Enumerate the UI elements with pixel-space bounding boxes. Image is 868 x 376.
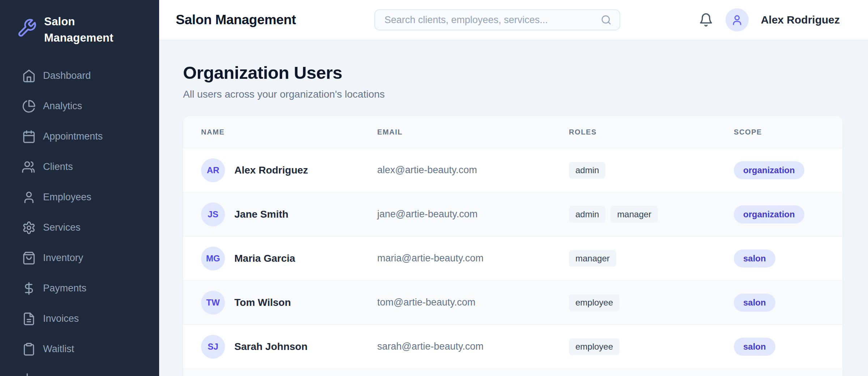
main-content: Organization Users All users across your… — [159, 40, 868, 376]
column-header-scope: Scope — [734, 128, 825, 136]
wrench-icon — [17, 18, 37, 38]
page-title: Organization Users — [183, 63, 843, 83]
roles-cell: manager — [569, 250, 734, 267]
avatar: TW — [201, 291, 225, 315]
avatar: AR — [201, 158, 225, 182]
scope-badge: organization — [734, 161, 804, 179]
content-column: Salon Management — [159, 0, 868, 376]
role-badge: admin — [569, 162, 605, 179]
role-badge: employee — [569, 338, 620, 355]
app-root: Salon Management DashboardAnalyticsAppoi… — [0, 0, 868, 376]
table-row[interactable]: JSJane Smithjane@artie-beauty.comadminma… — [183, 192, 843, 236]
sidebar-item-clients[interactable]: Clients — [0, 152, 159, 182]
header-right-group: Alex Rodriguez — [699, 8, 840, 31]
avatar: SJ — [201, 335, 225, 359]
search-icon — [601, 14, 612, 25]
home-icon — [22, 69, 36, 83]
shopping-bag-icon — [22, 251, 36, 265]
sidebar-item-label: Payments — [43, 283, 86, 294]
user-full-name: Tom Wilson — [234, 297, 291, 308]
calendar-icon — [22, 130, 36, 144]
table-row[interactable]: ARAlex Rodriguezalex@artie-beauty.comadm… — [183, 148, 843, 192]
roles-cell: employee — [569, 338, 734, 355]
top-header: Salon Management — [159, 0, 868, 40]
role-badge: manager — [569, 250, 616, 267]
sidebar-item-label: Clients — [43, 161, 73, 172]
app-logo[interactable]: Salon Management — [0, 14, 159, 46]
table-header-row: NameEmailRolesScope — [183, 116, 843, 148]
partial-icon — [22, 373, 36, 376]
sidebar-item-partial[interactable] — [0, 364, 159, 376]
user-full-name: Sarah Johnson — [234, 341, 307, 352]
role-badge: employee — [569, 294, 620, 311]
sidebar-item-analytics[interactable]: Analytics — [0, 91, 159, 121]
role-badge: manager — [610, 206, 658, 223]
sidebar-item-waitlist[interactable]: Waitlist — [0, 334, 159, 364]
user-email: sarah@artie-beauty.com — [377, 341, 569, 352]
sidebar-item-payments[interactable]: Payments — [0, 273, 159, 304]
avatar: MG — [201, 247, 225, 270]
search-input[interactable] — [374, 9, 620, 30]
file-text-icon — [22, 312, 36, 326]
avatar: JS — [201, 202, 225, 226]
table-row[interactable]: MGMaria Garciamaria@artie-beauty.commana… — [183, 236, 843, 280]
sidebar-item-employees[interactable]: Employees — [0, 182, 159, 213]
role-badge: admin — [569, 206, 605, 223]
users-icon — [22, 160, 36, 174]
user-name[interactable]: Alex Rodriguez — [761, 14, 840, 26]
user-email: maria@artie-beauty.com — [377, 253, 569, 264]
user-full-name: Alex Rodriguez — [234, 164, 308, 176]
clipboard-icon — [22, 342, 36, 356]
global-search — [374, 9, 620, 30]
user-email: tom@artie-beauty.com — [377, 297, 569, 308]
users-table-card: NameEmailRolesScope ARAlex Rodriguezalex… — [183, 116, 843, 376]
scope-badge: organization — [734, 205, 804, 223]
user-full-name: Jane Smith — [234, 209, 288, 220]
table-row-overflow — [183, 368, 843, 376]
pie-chart-icon — [22, 99, 36, 113]
scope-badge: salon — [734, 294, 775, 312]
user-email: jane@artie-beauty.com — [377, 209, 569, 220]
sidebar-item-invoices[interactable]: Invoices — [0, 304, 159, 334]
name-cell: SJSarah Johnson — [201, 335, 377, 359]
roles-cell: admin — [569, 162, 734, 179]
dollar-icon — [22, 282, 36, 295]
scope-badge: salon — [734, 338, 775, 356]
roles-cell: employee — [569, 294, 734, 311]
table-row[interactable]: SJSarah Johnsonsarah@artie-beauty.comemp… — [183, 324, 843, 368]
sidebar-item-label: Appointments — [43, 131, 103, 142]
user-avatar[interactable] — [726, 8, 749, 31]
name-cell: ARAlex Rodriguez — [201, 158, 377, 182]
sidebar-item-inventory[interactable]: Inventory — [0, 243, 159, 273]
sidebar-item-label: Dashboard — [43, 70, 91, 81]
sidebar-item-services[interactable]: Services — [0, 213, 159, 243]
avatar-user-icon — [731, 14, 743, 26]
notifications-button[interactable] — [699, 13, 713, 27]
page-subtitle: All users across your organization's loc… — [183, 89, 843, 100]
table-row[interactable]: TWTom Wilsontom@artie-beauty.comemployee… — [183, 280, 843, 324]
user-email: alex@artie-beauty.com — [377, 164, 569, 176]
sidebar-item-label: Inventory — [43, 252, 83, 264]
sidebar-item-label: Waitlist — [43, 343, 74, 355]
header-title: Salon Management — [176, 12, 296, 27]
sidebar-item-label: Employees — [43, 192, 92, 203]
user-full-name: Maria Garcia — [234, 253, 295, 264]
table-body: ARAlex Rodriguezalex@artie-beauty.comadm… — [183, 148, 843, 376]
sidebar: Salon Management DashboardAnalyticsAppoi… — [0, 0, 159, 376]
sidebar-item-label: Invoices — [43, 313, 79, 324]
column-header-email: Email — [377, 128, 569, 136]
scope-badge: salon — [734, 249, 775, 268]
name-cell: MGMaria Garcia — [201, 247, 377, 270]
sidebar-item-label: Analytics — [43, 101, 82, 112]
sidebar-item-appointments[interactable]: Appointments — [0, 121, 159, 152]
app-logo-text: Salon Management — [44, 14, 131, 46]
user-icon — [22, 191, 36, 204]
column-header-roles: Roles — [569, 128, 734, 136]
sidebar-item-dashboard[interactable]: Dashboard — [0, 61, 159, 91]
roles-cell: adminmanager — [569, 206, 734, 223]
sidebar-nav: DashboardAnalyticsAppointmentsClientsEmp… — [0, 61, 159, 376]
name-cell: TWTom Wilson — [201, 291, 377, 315]
bell-icon — [699, 13, 713, 27]
column-header-name: Name — [201, 128, 377, 136]
gear-icon — [22, 221, 36, 235]
